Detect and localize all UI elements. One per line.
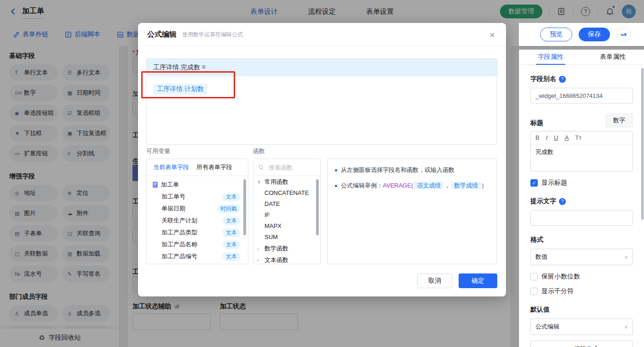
font-size-button[interactable]: Tт bbox=[575, 134, 581, 141]
format-label: 格式 bbox=[530, 236, 633, 244]
font-color-button[interactable]: A bbox=[565, 134, 569, 141]
tip-line-1: 从左侧面板选择字段名和函数，或输入函数 bbox=[335, 165, 489, 175]
scrollbar-thumb[interactable] bbox=[641, 68, 644, 220]
modal-title: 公式编辑 bbox=[147, 30, 177, 40]
properties-body: 字段别名? 标题 数字 B I U A Tт 完成数 ✓ 显示标题 提示文 bbox=[519, 75, 644, 347]
type-badge: 文本 bbox=[222, 252, 241, 261]
variable-row[interactable]: 关联生产计划文本 bbox=[147, 215, 248, 227]
type-badge: 文本 bbox=[222, 228, 241, 237]
formula-edit-modal: 公式编辑 使用数学运算符编辑公式 × 工序详情.完成数 = 工序详情.计划数 可… bbox=[138, 23, 506, 296]
hint-text-input[interactable] bbox=[530, 210, 633, 226]
formula-editor: 工序详情.完成数 = 工序详情.计划数 bbox=[146, 58, 497, 145]
type-badge: 时间戳 bbox=[217, 205, 241, 213]
functions-panel: ∨ 常用函数 CONCATENATE DATE IF MAPX SUM › 数学… bbox=[253, 159, 321, 264]
preview-button[interactable]: 预览 bbox=[540, 28, 572, 41]
tab-current-form-fields[interactable]: 当前表单字段 bbox=[153, 163, 189, 171]
scrollbar-thumb[interactable] bbox=[243, 179, 246, 235]
default-value-select[interactable]: 公式编辑 ∨ bbox=[530, 319, 633, 335]
bold-button[interactable]: B bbox=[535, 134, 540, 141]
tab-all-form-fields[interactable]: 所有表单字段 bbox=[196, 163, 232, 171]
help-question-icon: ? bbox=[559, 198, 566, 205]
toolbar-actions: 预览 保存 ↪ bbox=[540, 23, 631, 46]
function-search-row bbox=[253, 159, 320, 176]
field-alias-input[interactable] bbox=[530, 88, 633, 103]
bullet-dot bbox=[335, 185, 337, 187]
function-item[interactable]: CONCATENATE bbox=[253, 188, 320, 199]
tree-root-form[interactable]: 加工单 bbox=[147, 179, 248, 191]
decimal-checkbox[interactable] bbox=[530, 273, 538, 280]
function-group-common[interactable]: ∨ 常用函数 bbox=[253, 176, 320, 188]
function-item[interactable]: MAPX bbox=[253, 221, 320, 232]
bullet-dot bbox=[335, 169, 337, 171]
example-field-chip: 数学成绩 bbox=[451, 182, 481, 189]
chevron-expanded-icon: ∨ bbox=[257, 179, 262, 185]
modal-header: 公式编辑 使用数学运算符编辑公式 bbox=[138, 23, 506, 46]
search-icon bbox=[258, 164, 264, 171]
show-title-row: ✓ 显示标题 bbox=[530, 179, 633, 187]
app-root: 加工单 表单设计 流程设定 表单设置 数据管理 ? 检 bbox=[0, 0, 644, 347]
title-editor: B I U A Tт 完成数 bbox=[530, 131, 633, 171]
example-field-chip: 语文成绩 bbox=[414, 182, 443, 189]
confirm-button[interactable]: 确定 bbox=[459, 273, 497, 288]
type-badge: 文本 bbox=[222, 193, 241, 201]
tab-field-properties[interactable]: 字段属性 bbox=[519, 50, 582, 64]
type-badge: 文本 bbox=[222, 216, 241, 225]
save-button[interactable]: 保存 bbox=[579, 28, 610, 41]
share-arrow-icon: ↪ bbox=[620, 29, 628, 40]
format-select[interactable]: 数值 ∨ bbox=[530, 249, 633, 265]
italic-button[interactable]: I bbox=[546, 134, 548, 141]
cancel-button[interactable]: 取消 bbox=[417, 273, 452, 288]
function-item[interactable]: SUM bbox=[253, 232, 320, 243]
modal-backdrop-strip bbox=[519, 46, 644, 50]
function-item[interactable]: DATE bbox=[253, 199, 320, 210]
title-label: 标题 bbox=[530, 119, 543, 127]
form-doc-icon bbox=[152, 182, 158, 188]
help-question-icon: ? bbox=[559, 76, 566, 83]
formula-token[interactable]: 工序详情.计划数 bbox=[153, 84, 207, 95]
thousand-row: 显示千分符 bbox=[530, 287, 633, 296]
function-item[interactable]: IF bbox=[253, 210, 320, 221]
scrollbar-thumb[interactable] bbox=[316, 179, 319, 235]
function-group-math[interactable]: › 数学函数 bbox=[253, 243, 320, 254]
tip-line-2: 公式编辑举例：AVERAGE(语文成绩，数学成绩) bbox=[335, 181, 489, 190]
chevron-collapsed-icon: › bbox=[257, 257, 262, 263]
variables-label: 可用变量 bbox=[146, 147, 170, 155]
title-value-input[interactable]: 完成数 bbox=[531, 144, 632, 171]
variable-row[interactable]: 加工产品类型文本 bbox=[147, 227, 248, 239]
widget-type-badge: 数字 bbox=[605, 114, 633, 127]
tips-panel: 从左侧面板选择字段名和函数，或输入函数 公式编辑举例：AVERAGE(语文成绩，… bbox=[327, 159, 497, 264]
default-value-label: 默认值 bbox=[530, 306, 633, 314]
share-button[interactable]: ↪ bbox=[616, 27, 631, 42]
function-search-input[interactable] bbox=[268, 164, 316, 171]
modal-footer: 取消 确定 bbox=[417, 273, 497, 288]
edit-formula-button[interactable]: ƒx 编辑公式 bbox=[530, 341, 633, 347]
properties-tabs: 字段属性 表单属性 bbox=[519, 50, 644, 65]
variable-row[interactable]: 加工产品编号文本 bbox=[147, 250, 248, 262]
underline-button[interactable]: U bbox=[554, 134, 558, 141]
close-icon[interactable]: × bbox=[489, 30, 495, 40]
chevron-down-icon: ∨ bbox=[624, 254, 628, 260]
variable-row[interactable]: 加工产品名称文本 bbox=[147, 239, 248, 250]
hint-text-label: 提示文字? bbox=[530, 197, 633, 205]
fx-icon: ƒx bbox=[565, 346, 572, 347]
thousand-checkbox[interactable] bbox=[530, 288, 538, 295]
show-title-checkbox[interactable]: ✓ bbox=[530, 179, 538, 187]
variables-tree: 加工单 加工单号文本 单据日期时间戳 关联生产计划文本 加工产品类型文本 加工产… bbox=[147, 176, 248, 262]
modal-subtitle: 使用数学运算符编辑公式 bbox=[182, 31, 243, 39]
type-badge: 文本 bbox=[222, 240, 241, 249]
function-group-text[interactable]: › 文本函数 bbox=[253, 254, 320, 264]
chevron-collapsed-icon: › bbox=[257, 246, 262, 251]
formula-input-area[interactable]: 工序详情.计划数 bbox=[147, 76, 497, 102]
decimal-row: 保留小数位数 bbox=[530, 273, 633, 281]
functions-label: 函数 bbox=[253, 147, 265, 155]
rich-text-toolbar: B I U A Tт bbox=[531, 131, 632, 144]
variables-panel: 当前表单字段 所有表单字段 加工单 加工单号文本 单据日期时间戳 关联生产计划文… bbox=[146, 159, 248, 264]
title-row: 标题 数字 bbox=[530, 114, 633, 127]
variable-row[interactable]: 单据日期时间戳 bbox=[147, 203, 248, 215]
modal-backdrop-top bbox=[0, 0, 644, 23]
variable-row[interactable]: 加工单号文本 bbox=[147, 191, 248, 203]
field-alias-label: 字段别名? bbox=[530, 75, 633, 83]
tab-form-properties[interactable]: 表单属性 bbox=[582, 50, 644, 64]
chevron-down-icon: ∨ bbox=[624, 324, 628, 330]
formula-target: 工序详情.完成数 = bbox=[147, 59, 497, 76]
